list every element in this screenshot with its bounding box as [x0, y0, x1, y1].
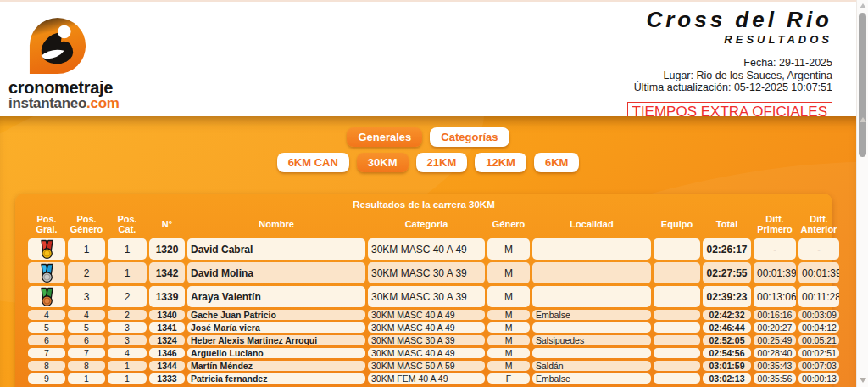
inner-scroll-up-arrow-icon[interactable]	[860, 117, 866, 122]
cell-categoria: 30KM MASC 40 A 49	[368, 310, 485, 320]
tab-6km[interactable]: 6KM	[534, 153, 579, 172]
tab-categorías[interactable]: Categorías	[430, 127, 509, 147]
cell-nombre: Arguello Luciano	[187, 348, 365, 358]
table-row: 6631324Heber Alexis Martinez Arroqui30KM…	[28, 335, 839, 345]
tab-30km[interactable]: 30KM	[357, 153, 409, 172]
column-header: Pos. Género	[68, 214, 105, 236]
cell-pos-cat: 1	[108, 262, 147, 283]
cell-nro: 1339	[149, 286, 185, 307]
cell-genero: M	[487, 322, 530, 333]
cell-genero: M	[487, 348, 530, 358]
cell-genero: M	[487, 361, 530, 371]
cell-pos-genero: 7	[68, 348, 105, 358]
cell-localidad	[532, 262, 651, 283]
cell-nro: 1324	[149, 335, 185, 345]
event-location: Lugar: Rio de los Sauces, Argentina	[627, 70, 833, 82]
cell-genero: F	[487, 373, 530, 384]
tab-12km[interactable]: 12KM	[475, 153, 526, 172]
bronze-medal-icon	[38, 287, 56, 307]
cell-pos-cat: 4	[108, 348, 147, 358]
cell-pos-genero: 1	[68, 373, 105, 384]
cell-genero: M	[487, 310, 530, 320]
cell-nro: 1340	[149, 310, 185, 320]
cell-total: 02:42:32	[703, 310, 751, 320]
column-header: Género	[487, 214, 530, 236]
cell-equipo	[654, 322, 700, 333]
cell-total: 02:39:23	[703, 286, 751, 307]
cell-diff-anterior: 00:02:51	[798, 348, 839, 358]
tab-6km-can[interactable]: 6KM CAN	[277, 153, 349, 172]
cell-pos-gral: 7	[28, 348, 65, 358]
cell-nro: 1342	[149, 262, 185, 283]
logo-text: cronometraje instantaneo.com	[8, 79, 144, 111]
cell-pos-gral: 5	[28, 322, 65, 333]
results-panel: Resultados de la carrera 30KM Pos. Gral.…	[15, 194, 832, 387]
event-title: Cross del Rio	[627, 8, 833, 31]
cell-pos-cat: 1	[108, 373, 147, 384]
cell-genero: M	[487, 262, 530, 283]
cell-nombre: David Cabral	[187, 238, 365, 260]
column-header: N°	[149, 214, 185, 236]
cell-pos-genero: 3	[68, 286, 105, 307]
cell-genero: M	[487, 335, 530, 345]
logo[interactable]: cronometraje instantaneo.com	[8, 15, 144, 111]
cell-pos-cat: 1	[108, 238, 147, 260]
cell-total: 03:01:59	[703, 361, 751, 371]
cell-pos-genero: 8	[68, 361, 105, 371]
scrollbar[interactable]	[856, 0, 868, 387]
cell-pos-gral: 6	[28, 335, 65, 345]
column-header: Diff. Anterior	[798, 214, 839, 236]
cell-genero: M	[487, 238, 530, 260]
cell-total: 02:46:44	[703, 322, 751, 333]
cell-nro: 1341	[149, 322, 185, 333]
cell-diff-primero: 00:35:43	[754, 361, 796, 371]
cell-equipo	[654, 262, 700, 283]
column-header: Categoria	[368, 214, 485, 236]
cell-equipo	[654, 335, 700, 345]
cell-localidad	[532, 322, 651, 333]
cell-equipo	[654, 238, 700, 260]
cell-pos-gral: 8	[28, 361, 65, 371]
scroll-up-arrow-icon[interactable]	[860, 3, 866, 8]
cell-pos-gral	[28, 286, 65, 307]
cell-equipo	[654, 286, 700, 307]
cell-diff-primero: 00:28:40	[754, 348, 796, 358]
cell-diff-anterior: -	[798, 238, 839, 260]
cell-total: 03:02:13	[703, 373, 751, 384]
silver-medal-icon	[38, 263, 56, 283]
cell-total: 02:52:05	[703, 335, 751, 345]
gold-medal-icon	[38, 239, 56, 260]
race-tabs: 6KM CAN30KM21KM12KM6KM	[0, 147, 856, 172]
cell-pos-gral: 9	[28, 373, 65, 384]
table-row: 4421340Gache Juan Patricio30KM MASC 40 A…	[28, 310, 839, 320]
cell-localidad	[532, 348, 651, 358]
page: cronometraje instantaneo.com Cross del R…	[0, 0, 868, 387]
cell-categoria: 30KM MASC 40 A 49	[368, 238, 485, 260]
cell-nombre: Martín Méndez	[187, 361, 365, 371]
cell-diff-primero: 00:16:16	[754, 310, 796, 320]
table-row: 8811344Martín Méndez30KM MASC 50 A 59MSa…	[28, 361, 839, 371]
column-header: Total	[703, 214, 751, 236]
tab-21km[interactable]: 21KM	[416, 153, 468, 172]
scrollbar-thumb[interactable]	[859, 13, 866, 157]
table-row: 9111333Patricia fernandez30KM FEM 40 A 4…	[28, 373, 839, 384]
event-date: Fecha: 29-11-2025	[627, 57, 833, 70]
logo-line2-com: .com	[86, 95, 119, 111]
cell-localidad: Embalse	[532, 373, 651, 384]
logo-line1: cronometraje	[8, 79, 144, 96]
cell-nombre: Patricia fernandez	[187, 373, 365, 384]
column-header: Equipo	[654, 214, 700, 236]
cell-pos-genero: 1	[68, 238, 105, 260]
cell-nro: 1320	[149, 238, 185, 260]
cell-nombre: Heber Alexis Martinez Arroqui	[187, 335, 365, 345]
view-tabs: GeneralesCategorías	[0, 116, 856, 147]
cell-nro: 1333	[149, 373, 185, 384]
cell-diff-anterior: 00:04:12	[798, 322, 839, 333]
cell-nro: 1346	[149, 348, 185, 358]
scroll-down-arrow-icon[interactable]	[860, 378, 866, 383]
table-row: 321339Araya Valentín30KM MASC 30 A 39M02…	[28, 286, 839, 307]
tab-generales[interactable]: Generales	[347, 127, 422, 147]
cell-localidad	[532, 286, 651, 307]
table-row: 211342David Molina30KM MASC 30 A 39M02:2…	[28, 262, 839, 283]
cell-localidad	[532, 238, 651, 260]
